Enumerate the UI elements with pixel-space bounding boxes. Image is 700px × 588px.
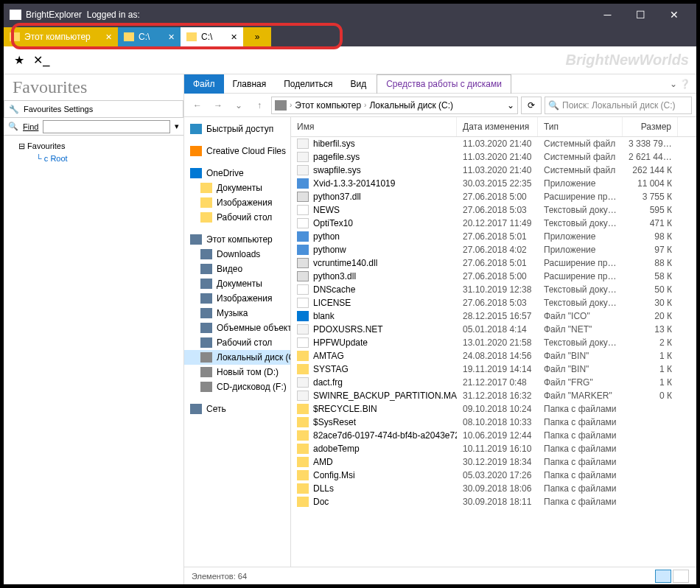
wrench-icon: 🔧: [9, 105, 19, 114]
tree-downloads[interactable]: Downloads: [184, 247, 290, 262]
file-icon: [297, 444, 309, 454]
tab-close-icon[interactable]: ✕: [105, 32, 112, 42]
file-row[interactable]: Doc30.09.2018 18:11Папка с файлами: [291, 495, 696, 508]
dropdown-icon[interactable]: ⌄: [507, 100, 514, 111]
dropdown-icon[interactable]: ▾: [175, 122, 179, 131]
tree-cd-drive-f[interactable]: CD-дисковод (F:): [184, 379, 290, 394]
tools-button[interactable]: ✕⎯: [33, 52, 49, 69]
file-date: 27.06.2018 5:01: [457, 231, 538, 242]
tree-documents[interactable]: Документы: [184, 181, 290, 195]
file-row[interactable]: pythonw27.06.2018 4:02Приложение97 К: [291, 243, 696, 256]
file-row[interactable]: HPFWUpdate13.01.2020 21:58Текстовый доку…: [291, 336, 696, 349]
breadcrumb-part[interactable]: Локальный диск (C:): [369, 100, 453, 111]
tabs-overflow-button[interactable]: »: [243, 27, 271, 46]
tree-images[interactable]: Изображения: [184, 195, 290, 210]
close-button[interactable]: ✕: [657, 4, 690, 25]
file-row[interactable]: NEWS27.06.2018 5:03Текстовый докум...595…: [291, 203, 696, 217]
tree-favourites-root[interactable]: ⊟ Favourites: [8, 140, 179, 153]
tree-c-root[interactable]: └ c Root: [8, 153, 179, 164]
file-size: 13 К: [623, 323, 678, 335]
file-row[interactable]: SYSTAG19.11.2019 14:14Файл "BIN"1 К: [291, 363, 696, 376]
tree-3d-objects[interactable]: Объемные объекты: [184, 321, 290, 335]
ribbon-tab-home[interactable]: Главная: [224, 74, 276, 94]
file-row[interactable]: blank28.12.2015 16:57Файл "ICO"20 К: [291, 309, 696, 323]
file-row[interactable]: python37.dll27.06.2018 5:00Расширение пр…: [291, 190, 696, 203]
file-type: Приложение: [538, 178, 623, 189]
file-row[interactable]: OptiTex1020.12.2017 11:49Текстовый докум…: [291, 217, 696, 230]
file-row[interactable]: hiberfil.sys11.03.2020 21:40Системный фа…: [291, 137, 696, 150]
tree-documents-pc[interactable]: Документы: [184, 276, 290, 291]
file-row[interactable]: $SysReset08.10.2018 10:33Папка с файлами: [291, 416, 696, 429]
maximize-button[interactable]: ☐: [624, 4, 657, 25]
file-row[interactable]: swapfile.sys11.03.2020 21:40Системный фа…: [291, 164, 696, 177]
titlebar[interactable]: BrightExplorer Logged in as: ─ ☐ ✕: [4, 4, 696, 26]
recent-dropdown[interactable]: ⌄: [230, 97, 248, 114]
tab-c-drive-1[interactable]: C:\ ✕: [118, 27, 181, 46]
file-row[interactable]: $RECYCLE.BIN09.10.2018 10:24Папка с файл…: [291, 402, 696, 416]
tab-close-icon[interactable]: ✕: [231, 32, 237, 42]
tree-local-disk-c[interactable]: Локальный диск (C:): [184, 350, 290, 365]
tree-onedrive[interactable]: OneDrive: [184, 166, 290, 181]
up-button[interactable]: ↑: [251, 97, 268, 114]
tree-desktop[interactable]: Рабочий стол: [184, 210, 290, 225]
file-row[interactable]: dact.frg21.12.2017 0:48Файл "FRG"1 К: [291, 376, 696, 389]
file-row[interactable]: AMTAG24.08.2018 14:56Файл "BIN"1 К: [291, 349, 696, 363]
tree-images-pc[interactable]: Изображения: [184, 291, 290, 306]
file-icon: [297, 284, 309, 295]
nav-tree: Быстрый доступ Creative Cloud Files OneD…: [184, 117, 291, 567]
file-row[interactable]: DNScache31.10.2019 12:38Текстовый докум.…: [291, 283, 696, 296]
file-name: DLLs: [313, 483, 334, 494]
view-icons-button[interactable]: [673, 570, 689, 583]
file-row[interactable]: python27.06.2018 5:01Приложение98 К: [291, 230, 696, 243]
ribbon-tab-file[interactable]: Файл: [184, 74, 224, 94]
minimize-button[interactable]: ─: [591, 4, 624, 25]
file-row[interactable]: LICENSE27.06.2018 5:03Текстовый докум...…: [291, 296, 696, 309]
star-icon: [190, 124, 202, 134]
file-icon: [297, 364, 309, 374]
tree-creative-cloud[interactable]: Creative Cloud Files: [184, 144, 290, 158]
tree-music[interactable]: Музыка: [184, 306, 290, 321]
file-name: blank: [313, 311, 335, 321]
forward-button[interactable]: →: [209, 97, 227, 114]
file-name: SWINRE_BACKUP_PARTITION.MARKER: [313, 391, 457, 401]
ribbon-tab-view[interactable]: Вид: [341, 74, 375, 94]
file-row[interactable]: SWINRE_BACKUP_PARTITION.MARKER31.12.2018…: [291, 389, 696, 402]
tree-this-pc[interactable]: Этот компьютер: [184, 232, 290, 247]
column-date[interactable]: Дата изменения: [457, 117, 538, 136]
column-name[interactable]: Имя: [291, 117, 457, 136]
column-size[interactable]: Размер: [623, 117, 678, 136]
file-row[interactable]: vcruntime140.dll27.06.2018 5:01Расширени…: [291, 256, 696, 270]
downloads-icon: [200, 249, 212, 259]
file-row[interactable]: DLLs30.09.2018 18:06Папка с файлами: [291, 482, 696, 495]
tree-quick-access[interactable]: Быстрый доступ: [184, 122, 290, 136]
tree-video[interactable]: Видео: [184, 262, 290, 276]
tab-close-icon[interactable]: ✕: [168, 32, 175, 42]
file-row[interactable]: PDOXUSRS.NET05.01.2018 4:14Файл "NET"13 …: [291, 323, 696, 336]
find-input[interactable]: [43, 120, 170, 133]
refresh-button[interactable]: ⟳: [521, 97, 542, 114]
tree-new-volume-d[interactable]: Новый том (D:): [184, 365, 290, 379]
breadcrumb[interactable]: › Этот компьютер › Локальный диск (C:) ⌄: [271, 97, 518, 114]
back-button[interactable]: ←: [189, 97, 206, 114]
tab-this-pc[interactable]: Этот компьютер ✕: [4, 27, 118, 46]
file-row[interactable]: python3.dll27.06.2018 5:00Расширение при…: [291, 270, 696, 283]
ribbon-tab-share[interactable]: Поделиться: [275, 74, 341, 94]
ribbon-tab-disk-tools[interactable]: Средства работы с дисками: [377, 74, 511, 94]
tree-network[interactable]: Сеть: [184, 402, 290, 416]
file-row[interactable]: Xvid-1.3.3-2014101930.03.2015 22:35Прило…: [291, 177, 696, 190]
view-details-button[interactable]: [655, 570, 671, 583]
file-row[interactable]: pagefile.sys11.03.2020 21:40Системный фа…: [291, 150, 696, 164]
file-row[interactable]: Config.Msi05.03.2020 17:26Папка с файлам…: [291, 469, 696, 482]
ribbon-expand-button[interactable]: ⌄ ❔: [664, 79, 696, 89]
file-date: 20.12.2017 11:49: [457, 217, 538, 229]
tab-c-drive-2[interactable]: C:\ ✕: [181, 27, 243, 46]
search-box[interactable]: 🔍 Поиск: Локальный диск (C:): [545, 97, 692, 114]
file-row[interactable]: 82ace7d6-0197-474d-bf4b-a2043e72329b10.0…: [291, 429, 696, 442]
favourite-star-button[interactable]: ★: [11, 52, 27, 69]
column-type[interactable]: Тип: [538, 117, 623, 136]
breadcrumb-part[interactable]: Этот компьютер: [295, 100, 361, 111]
favourites-settings-button[interactable]: 🔧 Favourites Settings: [4, 100, 183, 118]
tree-desktop-pc[interactable]: Рабочий стол: [184, 335, 290, 350]
file-row[interactable]: AMD30.12.2019 18:34Папка с файлами: [291, 455, 696, 469]
file-row[interactable]: adobeTemp10.11.2019 16:10Папка с файлами: [291, 442, 696, 455]
